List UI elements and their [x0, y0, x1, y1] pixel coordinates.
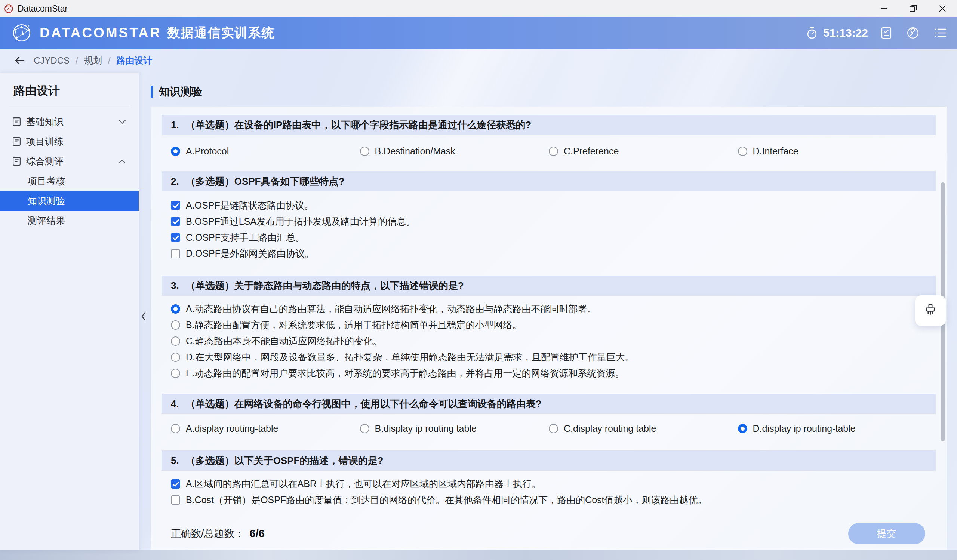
brand-name: DATACOMSTAR — [39, 25, 161, 41]
clean-button[interactable] — [915, 295, 946, 326]
option-label: B.静态路由配置方便，对系统要求低，适用于拓扑结构简单并且稳定的小型网络。 — [186, 319, 522, 331]
option-group: A.OSPF是链路状态路由协议。B.OSPF通过LSA发布用于拓扑发现及路由计算… — [171, 191, 927, 262]
option-radio[interactable]: E.动态路由的配置对用户要求比较高，对系统的要求高于静态路由，并将占用一定的网络… — [171, 365, 927, 381]
option-checkbox[interactable]: B.Cost（开销）是OSPF路由的度量值：到达目的网络的代价。在其他条件相同的… — [171, 492, 927, 508]
sidebar-subitem[interactable]: 项目考核 — [0, 171, 139, 191]
timer-group: 51:13:22 — [806, 27, 868, 39]
question-number: 4. — [171, 398, 179, 410]
sidebar-title: 路由设计 — [13, 83, 139, 99]
sidebar-divider — [9, 107, 130, 107]
option-checkbox[interactable]: A.OSPF是链路状态路由协议。 — [171, 197, 927, 213]
restore-button[interactable] — [899, 0, 928, 17]
option-group: A.区域间的路由汇总可以在ABR上执行，也可以在对应区域的区域内部路由器上执行。… — [171, 471, 927, 508]
checkbox-checked-icon[interactable] — [171, 479, 180, 489]
stopwatch-icon — [806, 27, 818, 39]
option-label: E.动态路由的配置对用户要求比较高，对系统的要求高于静态路由，并将占用一定的网络… — [186, 367, 625, 379]
option-checkbox[interactable]: A.区域间的路由汇总可以在ABR上执行，也可以在对应区域的区域内部路由器上执行。 — [171, 476, 927, 492]
submit-button[interactable]: 提交 — [848, 523, 925, 544]
radio-unchecked-icon[interactable] — [360, 424, 370, 433]
radio-unchecked-icon[interactable] — [171, 320, 180, 330]
sidebar: 路由设计 基础知识项目训练综合测评项目考核知识测验测评结果 — [0, 73, 139, 550]
sidebar-item[interactable]: 项目训练 — [0, 132, 139, 151]
title-accent-bar — [151, 85, 153, 98]
back-button[interactable] — [14, 55, 25, 66]
radio-unchecked-icon[interactable] — [171, 353, 180, 362]
radio-checked-icon[interactable] — [171, 304, 180, 314]
option-label: C.display routing table — [564, 423, 656, 434]
sidebar-item-label: 基础知识 — [26, 115, 63, 128]
radio-unchecked-icon[interactable] — [171, 424, 180, 433]
option-label: C.Preference — [564, 146, 619, 157]
quiz-footer: 正确数/总题数： 6/6 提交 — [162, 522, 936, 545]
radio-unchecked-icon[interactable] — [549, 424, 558, 433]
radio-unchecked-icon[interactable] — [738, 147, 747, 156]
option-radio[interactable]: C.display routing table — [549, 423, 738, 434]
radio-unchecked-icon[interactable] — [360, 147, 370, 156]
close-icon — [938, 4, 947, 13]
breadcrumb-item[interactable]: 规划 — [84, 55, 102, 66]
option-radio[interactable]: D.Interface — [738, 146, 927, 157]
option-group: A.display routing-tableB.display ip rout… — [171, 418, 927, 439]
radio-checked-icon[interactable] — [738, 424, 747, 433]
brand-globe-icon — [11, 22, 32, 43]
breadcrumb: CJYDCS / 规划 / 路由设计 — [0, 49, 152, 73]
breadcrumb-current: 路由设计 — [116, 55, 152, 66]
option-radio[interactable]: B.静态路由配置方便，对系统要求低，适用于拓扑结构简单并且稳定的小型网络。 — [171, 317, 927, 333]
question-header: 1.（单选题）在设备的IP路由表中，以下哪个字段指示路由是通过什么途径获悉的? — [162, 115, 936, 135]
chevron-down-icon — [118, 120, 126, 124]
checkbox-unchecked-icon[interactable] — [171, 249, 180, 258]
checkbox-checked-icon[interactable] — [171, 233, 180, 242]
chevron-left-icon — [141, 311, 147, 321]
question-header: 5.（多选题）以下关于OSPF的描述，错误的是? — [162, 450, 936, 471]
option-label: B.Destination/Mask — [375, 146, 455, 157]
header-right: 51:13:22 — [806, 25, 949, 41]
option-checkbox[interactable]: D.OSPF是外部网关路由协议。 — [171, 246, 927, 262]
option-label: A.OSPF是链路状态路由协议。 — [186, 199, 314, 211]
tools-icon — [906, 26, 920, 39]
exam-button[interactable] — [879, 25, 894, 41]
radio-unchecked-icon[interactable] — [549, 147, 558, 156]
option-radio[interactable]: C.静态路由本身不能自动适应网络拓扑的变化。 — [171, 333, 927, 349]
question-number: 5. — [171, 455, 179, 467]
sidebar-item[interactable]: 基础知识 — [0, 112, 139, 132]
tools-button[interactable] — [905, 25, 921, 41]
minimize-icon — [879, 4, 889, 13]
sidebar-item[interactable]: 综合测评 — [0, 151, 139, 171]
minimize-button[interactable] — [870, 0, 899, 17]
menu-icon — [934, 27, 947, 38]
window-title: DatacomStar — [17, 4, 68, 14]
app-header: DATACOMSTAR 数据通信实训系统 51:13:22 — [0, 17, 957, 49]
checkbox-checked-icon[interactable] — [171, 201, 180, 210]
question-text: （单选题）关于静态路由与动态路由的特点，以下描述错误的是? — [186, 279, 464, 292]
sidebar-subitem[interactable]: 测评结果 — [0, 211, 139, 231]
option-radio[interactable]: B.Destination/Mask — [360, 146, 549, 157]
option-radio[interactable]: A.Protocol — [171, 146, 360, 157]
chevron-up-icon — [118, 159, 126, 164]
option-label: A.区域间的路由汇总可以在ABR上执行，也可以在对应区域的区域内部路由器上执行。 — [186, 478, 541, 490]
option-label: C.OSPF支持手工路由汇总。 — [186, 231, 305, 244]
radio-unchecked-icon[interactable] — [171, 369, 180, 378]
checkbox-checked-icon[interactable] — [171, 217, 180, 226]
option-checkbox[interactable]: C.OSPF支持手工路由汇总。 — [171, 230, 927, 246]
question-header: 2.（多选题）OSPF具备如下哪些特点? — [162, 171, 936, 191]
sidebar-item-label: 项目训练 — [26, 135, 63, 148]
sidebar-subitem-active[interactable]: 知识测验 — [0, 191, 139, 211]
score-value: 6/6 — [250, 527, 265, 540]
option-radio[interactable]: D.display ip routing-table — [738, 423, 927, 434]
option-label: C.静态路由本身不能自动适应网络拓扑的变化。 — [186, 335, 382, 347]
option-radio[interactable]: D.在大型网络中，网段及设备数量多、拓扑复杂，单纯使用静态路由无法满足需求，且配… — [171, 349, 927, 365]
sidebar-collapse-handle[interactable] — [138, 308, 149, 325]
question-number: 2. — [171, 176, 179, 187]
option-checkbox[interactable]: B.OSPF通过LSA发布用于拓扑发现及路由计算的信息。 — [171, 213, 927, 230]
close-button[interactable] — [928, 0, 957, 17]
radio-checked-icon[interactable] — [171, 147, 180, 156]
option-radio[interactable]: C.Preference — [549, 146, 738, 157]
option-radio[interactable]: A.display routing-table — [171, 423, 360, 434]
option-radio[interactable]: B.display ip routing table — [360, 423, 549, 434]
menu-button[interactable] — [932, 26, 949, 40]
checkbox-unchecked-icon[interactable] — [171, 495, 180, 505]
question-block: 4.（单选题）在网络设备的命令行视图中，使用以下什么命令可以查询设备的路由表?A… — [151, 394, 947, 439]
breadcrumb-item[interactable]: CJYDCS — [34, 55, 69, 66]
option-radio[interactable]: A.动态路由协议有自己的路由算法，能自动适应网络拓扑变化，动态路由与静态路由不能… — [171, 301, 927, 317]
radio-unchecked-icon[interactable] — [171, 336, 180, 346]
